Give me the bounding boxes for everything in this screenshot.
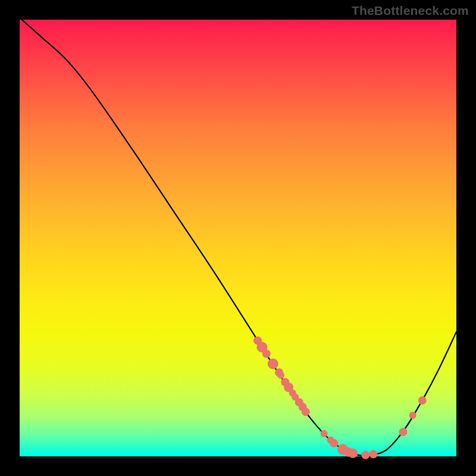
data-marker (268, 358, 278, 369)
data-marker (399, 428, 407, 436)
data-marker (277, 371, 284, 378)
bottleneck-curve (22, 20, 456, 456)
data-marker (262, 350, 271, 358)
watermark-text: TheBottleneck.com (352, 4, 469, 18)
data-marker (330, 439, 338, 447)
data-marker (321, 430, 328, 437)
data-marker (418, 396, 427, 405)
data-marker (348, 449, 358, 458)
data-marker (302, 408, 310, 416)
data-marker (361, 451, 369, 459)
chart-area (20, 20, 456, 456)
data-marker (409, 412, 416, 419)
data-markers (253, 336, 427, 459)
data-marker (369, 450, 378, 458)
chart-svg (20, 20, 456, 456)
